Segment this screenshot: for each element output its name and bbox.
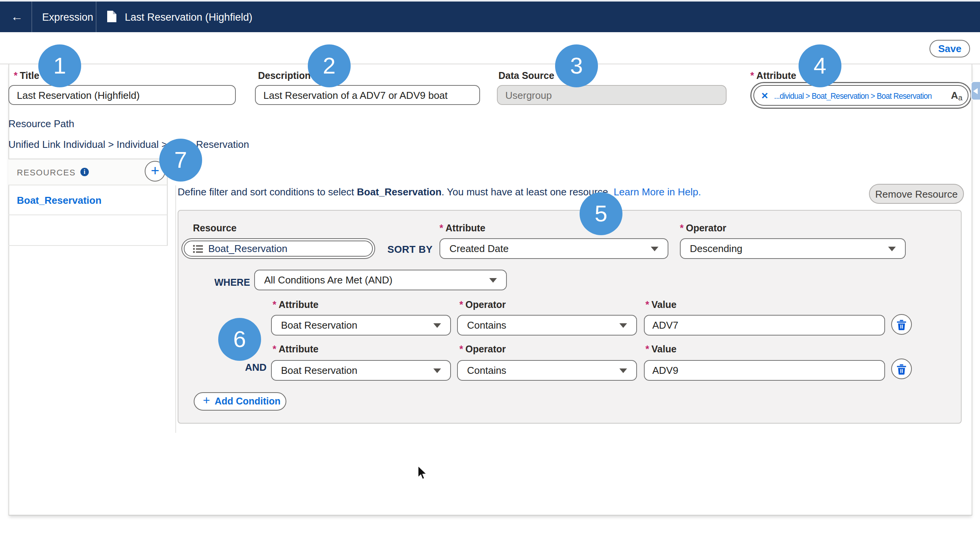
annotation-circle-4: 4 xyxy=(799,44,841,87)
attribute-label: *Attribute xyxy=(750,70,796,81)
remove-resource-button[interactable]: Remove Resource xyxy=(869,184,964,204)
text-type-icon: Aa xyxy=(951,89,962,102)
title-input[interactable]: Last Reservation (Highfield) xyxy=(8,85,236,105)
chevron-down-icon xyxy=(433,323,441,327)
add-condition-button[interactable]: + Add Condition xyxy=(194,392,286,411)
document-icon xyxy=(107,11,116,25)
navbar-divider xyxy=(96,2,96,32)
chevron-down-icon xyxy=(888,246,896,251)
and-connector-label: AND xyxy=(245,362,266,373)
annotation-circle-5: 5 xyxy=(580,192,622,235)
condition1-delete-button[interactable] xyxy=(891,314,912,335)
collapse-panel-chevron-button[interactable] xyxy=(971,81,980,100)
list-icon xyxy=(193,244,203,253)
attribute-pill-input[interactable]: ✕ ...dividual > Boat_Reservation > Boat … xyxy=(753,85,969,106)
annotation-circle-7: 7 xyxy=(159,139,202,182)
annotation-circle-1: 1 xyxy=(38,44,81,87)
condition2-operator-select[interactable]: Contains xyxy=(457,360,637,381)
back-arrow-icon[interactable]: ← xyxy=(8,2,26,32)
info-icon[interactable]: i xyxy=(80,168,89,176)
condition2-value-input[interactable]: ADV9 xyxy=(644,360,885,381)
navbar-document-title: Last Reservation (Highfield) xyxy=(125,2,252,32)
sort-operator-select[interactable]: Descending xyxy=(680,238,906,259)
resource-list-item[interactable]: Boat_Reservation xyxy=(8,185,168,215)
define-instructions: Define filter and sort conditions to sel… xyxy=(178,186,760,198)
trash-icon xyxy=(897,319,906,330)
condition2-value-label: *Value xyxy=(645,344,676,355)
resource-pill-text: Boat_Reservation xyxy=(208,243,287,254)
sort-attribute-label: *Attribute xyxy=(439,223,485,234)
condition2-attribute-label: *Attribute xyxy=(273,344,318,355)
condition1-operator-label: *Operator xyxy=(459,300,506,310)
chevron-down-icon xyxy=(619,323,627,327)
condition1-attribute-select[interactable]: Boat Reservation xyxy=(271,315,451,336)
condition1-attribute-label: *Attribute xyxy=(273,300,318,310)
resource-path-label: Resource Path xyxy=(8,118,74,129)
description-input[interactable]: Last Reservation of a ADV7 or ADV9 boat xyxy=(255,85,480,105)
condition1-operator-select[interactable]: Contains xyxy=(457,315,637,336)
required-asterisk: * xyxy=(750,70,754,81)
description-label: Description xyxy=(258,70,311,81)
attribute-pill-text: ...dividual > Boat_Reservation > Boat Re… xyxy=(774,91,937,100)
resources-panel-header: RESOURCES i xyxy=(8,159,168,185)
resource-pill[interactable]: Boat_Reservation xyxy=(181,238,375,259)
resource-list-empty-row xyxy=(8,215,168,246)
annotation-circle-3: 3 xyxy=(555,44,598,87)
mouse-cursor xyxy=(417,466,428,484)
annotation-circle-2: 2 xyxy=(308,44,351,87)
clear-icon[interactable]: ✕ xyxy=(761,90,768,101)
where-label: WHERE xyxy=(214,277,250,288)
save-button[interactable]: Save xyxy=(929,40,970,57)
plus-icon: + xyxy=(151,163,159,178)
chevron-down-icon xyxy=(651,246,658,251)
chevron-left-icon xyxy=(973,88,978,94)
trash-icon xyxy=(897,363,906,374)
resource-pill-inner: Boat_Reservation xyxy=(184,241,373,257)
required-asterisk: * xyxy=(14,70,18,81)
top-navbar: ← Expression Last Reservation (Highfield… xyxy=(0,0,980,32)
navbar-app-label: Expression xyxy=(42,2,93,32)
plus-icon: + xyxy=(203,395,210,407)
condition1-value-input[interactable]: ADV7 xyxy=(644,315,885,336)
annotation-circle-6: 6 xyxy=(218,318,261,361)
condition2-operator-label: *Operator xyxy=(459,344,506,355)
chevron-down-icon xyxy=(489,278,497,282)
resource-path-value: Unified Link Individual > Individual > B… xyxy=(8,139,249,150)
sort-operator-label: *Operator xyxy=(680,223,726,234)
chevron-down-icon xyxy=(619,368,627,373)
help-link[interactable]: Learn More in Help. xyxy=(614,186,701,198)
navbar-divider xyxy=(31,2,32,32)
title-label: *Title xyxy=(14,70,39,81)
chevron-down-icon xyxy=(433,368,441,373)
sort-attribute-select[interactable]: Created Date xyxy=(439,238,668,259)
sort-by-label: SORT BY xyxy=(387,244,433,255)
condition2-delete-button[interactable] xyxy=(891,359,912,379)
where-select[interactable]: All Conditions Are Met (AND) xyxy=(254,270,507,290)
condition2-attribute-select[interactable]: Boat Reservation xyxy=(271,360,451,381)
data-source-label: Data Source xyxy=(498,70,554,81)
data-source-input: Usergroup xyxy=(497,85,727,105)
top-hairline xyxy=(0,0,980,2)
main-panel-left-border xyxy=(175,185,176,433)
resources-panel-title: RESOURCES xyxy=(17,167,76,177)
resource-field-label: Resource xyxy=(193,223,237,234)
condition1-value-label: *Value xyxy=(645,300,676,310)
